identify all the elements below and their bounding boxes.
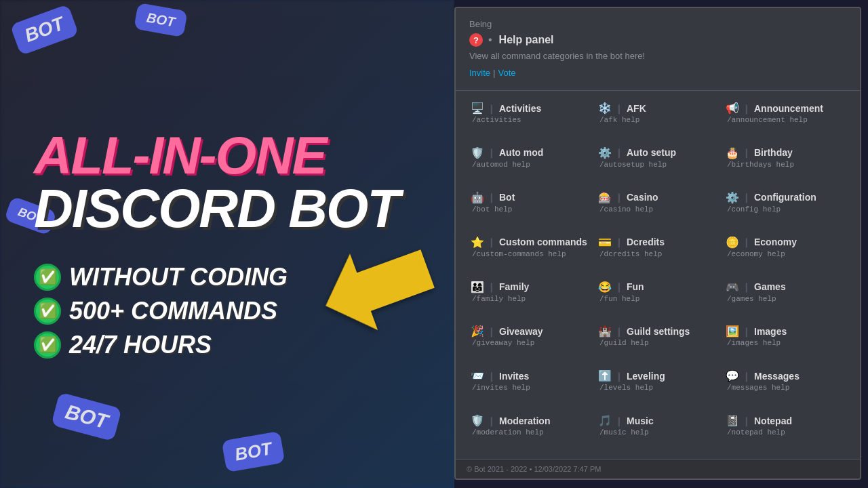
command-item[interactable]: 🪙❙Economy/economy help <box>722 230 849 275</box>
command-name: Casino <box>627 192 658 203</box>
command-separator: ❙ <box>743 326 751 337</box>
command-usage: /moderation help <box>471 428 590 436</box>
command-name: Notepad <box>754 415 792 426</box>
invite-link[interactable]: Invite <box>469 68 490 78</box>
command-header: 👨‍👩‍👧❙Family <box>471 281 590 293</box>
command-usage: /family help <box>471 295 590 303</box>
command-separator: ❙ <box>615 371 623 382</box>
command-icon: 🎂 <box>726 146 739 159</box>
command-item[interactable]: 🖥️❙Activities/activities <box>467 96 594 141</box>
command-usage: /guild help <box>598 339 717 347</box>
command-item[interactable]: ⚙️❙Configuration/config help <box>722 186 849 230</box>
command-item[interactable]: 📨❙Invites/invites help <box>467 364 594 409</box>
question-icon: ? <box>469 33 483 47</box>
command-name: Music <box>627 415 654 426</box>
command-name: Family <box>499 281 529 292</box>
command-icon: 🤖 <box>471 191 484 204</box>
command-usage: /announcement help <box>726 116 845 124</box>
command-icon: ❄️ <box>598 102 612 115</box>
command-item[interactable]: 🛡️❙Auto mod/automod help <box>467 141 594 186</box>
command-item[interactable]: 🎮❙Games/games help <box>722 275 849 320</box>
command-separator: ❙ <box>615 147 623 158</box>
panel-links: Invite | Vote <box>469 68 846 78</box>
command-icon: 🎵 <box>598 414 612 427</box>
command-item[interactable]: 👨‍👩‍👧❙Family/family help <box>467 275 594 320</box>
help-title-text: Help panel <box>499 34 554 46</box>
command-usage: /music help <box>598 428 717 436</box>
command-item[interactable]: 🎰❙Casino/casino help <box>594 186 722 230</box>
command-item[interactable]: 🎂❙Birthday/birthdays help <box>722 141 849 186</box>
command-header: 🎉❙Giveaway <box>471 325 590 338</box>
command-usage: /custom-commands help <box>471 250 590 258</box>
command-name: Configuration <box>754 192 816 203</box>
discord-panel: Being ? • Help panel View all command ca… <box>454 7 861 480</box>
command-item[interactable]: ⭐❙Custom commands/custom-commands help <box>467 230 594 275</box>
command-name: Birthday <box>754 147 793 158</box>
command-icon: 📓 <box>726 414 739 427</box>
command-icon: ⚙️ <box>598 146 612 159</box>
command-header: 🎵❙Music <box>598 414 717 427</box>
command-name: Messages <box>754 371 800 382</box>
command-header: 🪙❙Economy <box>726 236 845 249</box>
command-header: 🎰❙Casino <box>598 191 717 204</box>
command-separator: ❙ <box>488 147 496 158</box>
command-item[interactable]: 🛡️❙Moderation/moderation help <box>467 409 594 453</box>
command-name: Announcement <box>754 103 823 114</box>
command-item[interactable]: ⬆️❙Leveling/levels help <box>594 364 722 409</box>
command-icon: 👨‍👩‍👧 <box>471 281 484 293</box>
command-item[interactable]: 😂❙Fun/fun help <box>594 275 722 320</box>
command-item[interactable]: 📓❙Notepad/notepad help <box>722 409 849 453</box>
link-separator: | <box>493 68 495 78</box>
command-icon: 📢 <box>726 102 739 115</box>
command-name: Fun <box>627 281 644 292</box>
check-icon-3: ✅ <box>34 331 61 359</box>
command-item[interactable]: ⚙️❙Auto setup/autosetup help <box>594 141 722 186</box>
command-icon: 🛡️ <box>471 414 484 427</box>
check-text-2: 500+ COMMANDS <box>69 297 277 325</box>
command-separator: ❙ <box>615 237 623 247</box>
command-item[interactable]: 📢❙Announcement/announcement help <box>722 96 849 141</box>
command-item[interactable]: 💬❙Messages/messages help <box>722 364 849 409</box>
command-name: Auto setup <box>627 147 676 158</box>
command-item[interactable]: 💳❙Dcredits/dcredits help <box>594 230 722 275</box>
command-item[interactable]: 🎉❙Giveaway/giveaway help <box>467 319 594 364</box>
command-usage: /levels help <box>598 384 717 392</box>
command-header: ⚙️❙Configuration <box>726 191 845 204</box>
command-header: 💬❙Messages <box>726 369 845 382</box>
command-icon: 📨 <box>471 369 484 382</box>
panel-footer: © Bot 2021 - 2022 • 12/03/2022 7:47 PM <box>456 459 860 479</box>
command-separator: ❙ <box>488 237 496 247</box>
command-icon: 🪙 <box>726 236 739 249</box>
command-separator: ❙ <box>488 281 496 292</box>
command-name: Bot <box>499 192 515 203</box>
command-header: 🏰❙Guild settings <box>598 325 717 338</box>
command-header: ❄️❙AFK <box>598 102 717 115</box>
command-icon: ⚙️ <box>726 191 739 204</box>
command-separator: ❙ <box>743 103 751 114</box>
command-header: ⭐❙Custom commands <box>471 236 590 249</box>
command-name: Custom commands <box>499 237 587 247</box>
command-item[interactable]: 🤖❙Bot/bot help <box>467 186 594 230</box>
main-text-area: ALL-IN-ONE DISCORD BOT ✅ WITHOUT CODING … <box>0 0 448 488</box>
command-name: AFK <box>627 103 646 114</box>
command-separator: ❙ <box>743 281 751 292</box>
command-icon: 🏰 <box>598 325 612 338</box>
command-separator: ❙ <box>743 237 751 247</box>
command-item[interactable]: 🎵❙Music/music help <box>594 409 722 453</box>
command-header: 🤖❙Bot <box>471 191 590 204</box>
command-item[interactable]: 🏰❙Guild settings/guild help <box>594 319 722 364</box>
check-text-1: WITHOUT CODING <box>69 263 288 291</box>
command-name: Moderation <box>499 415 550 426</box>
command-icon: 💳 <box>598 236 612 249</box>
help-subtitle: View all command categories in the bot h… <box>469 51 846 61</box>
command-name: Economy <box>754 237 797 247</box>
being-text: Being <box>469 19 846 29</box>
command-header: ⬆️❙Leveling <box>598 369 717 382</box>
command-header: ⚙️❙Auto setup <box>598 146 717 159</box>
vote-link[interactable]: Vote <box>498 68 515 78</box>
command-separator: ❙ <box>743 147 751 158</box>
command-item[interactable]: 🖼️❙Images/images help <box>722 319 849 364</box>
command-icon: 🛡️ <box>471 146 484 159</box>
command-separator: ❙ <box>615 415 623 426</box>
command-item[interactable]: ❄️❙AFK/afk help <box>594 96 722 141</box>
